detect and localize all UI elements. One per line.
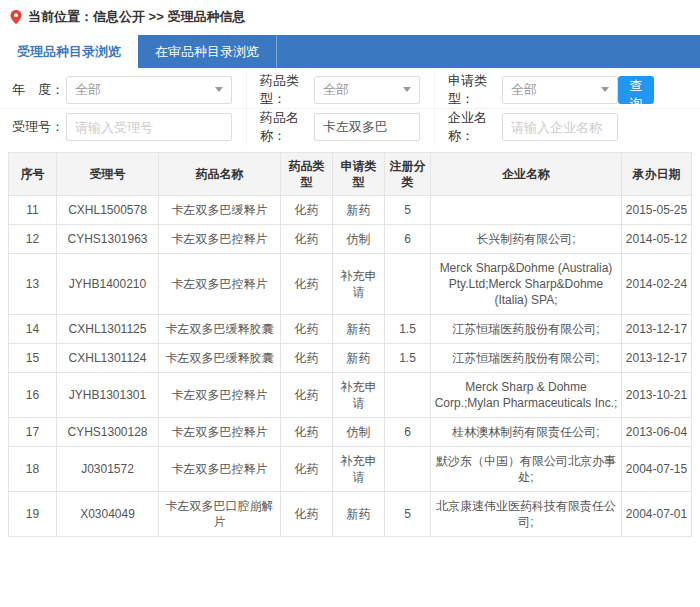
column-header-seq: 序号 <box>9 153 57 196</box>
caret-down-icon <box>601 87 609 92</box>
table-cell-date: 2014-02-24 <box>622 254 692 315</box>
table-cell-reg-class: 1.5 <box>385 344 431 373</box>
table-cell-seq: 15 <box>9 344 57 373</box>
table-cell-reg-class <box>385 447 431 492</box>
table-cell-reg-class: 1.5 <box>385 315 431 344</box>
table-row: 15CXHL1301124卡左双多巴缓释胶囊化药新药1.5江苏恒瑞医药股份有限公… <box>9 344 692 373</box>
tab-under-review-catalog[interactable]: 在审品种目录浏览 <box>138 35 277 68</box>
table-cell-drug-type: 化药 <box>281 492 333 537</box>
table-cell-company: Merck Sharp&Dohme (Australia) Pty.Ltd;Me… <box>431 254 622 315</box>
table-cell-apply-type: 新药 <box>333 196 385 225</box>
table-cell-drug-name: 卡左双多巴缓释胶囊 <box>159 315 281 344</box>
location-pin-icon <box>10 10 22 24</box>
table-cell-seq: 19 <box>9 492 57 537</box>
table-cell-accept-no: CYHS1301963 <box>57 225 159 254</box>
filter-drug-type: 药品类型： 全部 <box>260 71 435 108</box>
caret-down-icon <box>403 87 411 92</box>
table-cell-seq: 16 <box>9 373 57 418</box>
table-cell-apply-type: 补充申请 <box>333 373 385 418</box>
table-cell-accept-no: JYHB1301301 <box>57 373 159 418</box>
table-row: 17CYHS1300128卡左双多巴控释片化药仿制6桂林澳林制药有限责任公司;2… <box>9 418 692 447</box>
table-cell-drug-type: 化药 <box>281 196 333 225</box>
drug-type-select-value: 全部 <box>323 81 349 99</box>
column-header-drug-type: 药品类型 <box>281 153 333 196</box>
table-cell-drug-name: 卡左双多巴口腔崩解片 <box>159 492 281 537</box>
table-cell-reg-class <box>385 373 431 418</box>
table-row: 12CYHS1301963卡左双多巴控释片化药仿制6长兴制药有限公司;2014-… <box>9 225 692 254</box>
table-cell-reg-class <box>385 254 431 315</box>
table-cell-accept-no: CYHS1300128 <box>57 418 159 447</box>
drug-type-select[interactable]: 全部 <box>314 76 420 104</box>
table-cell-seq: 11 <box>9 196 57 225</box>
table-cell-date: 2004-07-01 <box>622 492 692 537</box>
year-select[interactable]: 全部 <box>66 76 232 104</box>
table-body: 11CXHL1500578卡左双多巴缓释片化药新药52015-05-2512CY… <box>9 196 692 537</box>
filter-row-1: 年 度： 全部 药品类型： 全部 申请类型： 全部 查询 <box>0 71 700 108</box>
table-cell-drug-name: 卡左双多巴控释片 <box>159 418 281 447</box>
table-cell-apply-type: 仿制 <box>333 225 385 254</box>
apply-type-select[interactable]: 全部 <box>502 76 618 104</box>
table-cell-date: 2013-12-17 <box>622 315 692 344</box>
drug-name-label: 药品名称： <box>260 109 314 144</box>
table-cell-company: 北京康速伟业医药科技有限责任公司; <box>431 492 622 537</box>
results-table: 序号受理号药品名称药品类型申请类型注册分类企业名称承办日期 11CXHL1500… <box>8 152 692 537</box>
caret-down-icon <box>215 87 223 92</box>
table-cell-company: 长兴制药有限公司; <box>431 225 622 254</box>
table-cell-date: 2014-05-12 <box>622 225 692 254</box>
table-header-row: 序号受理号药品名称药品类型申请类型注册分类企业名称承办日期 <box>9 153 692 196</box>
table-cell-accept-no: JYHB1400210 <box>57 254 159 315</box>
tab-accepted-catalog[interactable]: 受理品种目录浏览 <box>0 35 138 68</box>
company-input[interactable] <box>502 113 618 141</box>
accept-no-input[interactable] <box>66 113 232 141</box>
filter-accept-no: 受理号： <box>12 109 247 145</box>
table-cell-reg-class: 6 <box>385 418 431 447</box>
column-header-company: 企业名称 <box>431 153 622 196</box>
table-cell-date: 2013-10-21 <box>622 373 692 418</box>
table-row: 16JYHB1301301卡左双多巴控释片化药补充申请Merck Sharp &… <box>9 373 692 418</box>
table-cell-seq: 13 <box>9 254 57 315</box>
table-cell-drug-type: 化药 <box>281 373 333 418</box>
table-cell-reg-class: 5 <box>385 196 431 225</box>
table-cell-seq: 17 <box>9 418 57 447</box>
filter-apply-type: 申请类型： 全部 <box>448 71 618 108</box>
table-cell-apply-type: 新药 <box>333 344 385 373</box>
table-cell-date: 2015-05-25 <box>622 196 692 225</box>
company-label: 企业名称： <box>448 109 502 144</box>
search-button[interactable]: 查询 <box>618 76 654 104</box>
table-row: 19X0304049卡左双多巴口腔崩解片化药新药5北京康速伟业医药科技有限责任公… <box>9 492 692 537</box>
table-cell-date: 2004-07-15 <box>622 447 692 492</box>
table-cell-accept-no: CXHL1301124 <box>57 344 159 373</box>
filter-drug-name: 药品名称： <box>260 109 435 145</box>
table-cell-drug-type: 化药 <box>281 344 333 373</box>
table-cell-apply-type: 补充申请 <box>333 254 385 315</box>
table-cell-drug-type: 化药 <box>281 418 333 447</box>
table-cell-company: 默沙东（中国）有限公司北京办事处; <box>431 447 622 492</box>
table-cell-company <box>431 196 622 225</box>
table-cell-drug-name: 卡左双多巴缓释片 <box>159 196 281 225</box>
table-cell-accept-no: J0301572 <box>57 447 159 492</box>
table-cell-drug-type: 化药 <box>281 225 333 254</box>
table-cell-company: Merck Sharp & Dohme Corp.;Mylan Pharmace… <box>431 373 622 418</box>
table-cell-drug-name: 卡左双多巴控释片 <box>159 447 281 492</box>
table-cell-seq: 12 <box>9 225 57 254</box>
breadcrumb-text: 当前位置：信息公开 >> 受理品种信息 <box>28 8 245 26</box>
table-cell-accept-no: CXHL1301125 <box>57 315 159 344</box>
column-header-reg-class: 注册分类 <box>385 153 431 196</box>
table-row: 13JYHB1400210卡左双多巴控释片化药补充申请Merck Sharp&D… <box>9 254 692 315</box>
table-cell-drug-type: 化药 <box>281 447 333 492</box>
table-row: 14CXHL1301125卡左双多巴缓释胶囊化药新药1.5江苏恒瑞医药股份有限公… <box>9 315 692 344</box>
apply-type-select-value: 全部 <box>511 81 537 99</box>
table-cell-apply-type: 仿制 <box>333 418 385 447</box>
table-cell-apply-type: 新药 <box>333 315 385 344</box>
table-cell-seq: 14 <box>9 315 57 344</box>
breadcrumb: 当前位置：信息公开 >> 受理品种信息 <box>0 0 700 33</box>
table-cell-company: 江苏恒瑞医药股份有限公司; <box>431 344 622 373</box>
accept-no-label: 受理号： <box>12 118 66 136</box>
table-cell-reg-class: 5 <box>385 492 431 537</box>
table-cell-drug-name: 卡左双多巴缓释胶囊 <box>159 344 281 373</box>
filter-year: 年 度： 全部 <box>12 71 247 108</box>
column-header-accept-no: 受理号 <box>57 153 159 196</box>
year-label: 年 度： <box>12 81 66 99</box>
table-cell-date: 2013-06-04 <box>622 418 692 447</box>
drug-name-input[interactable] <box>314 113 420 141</box>
